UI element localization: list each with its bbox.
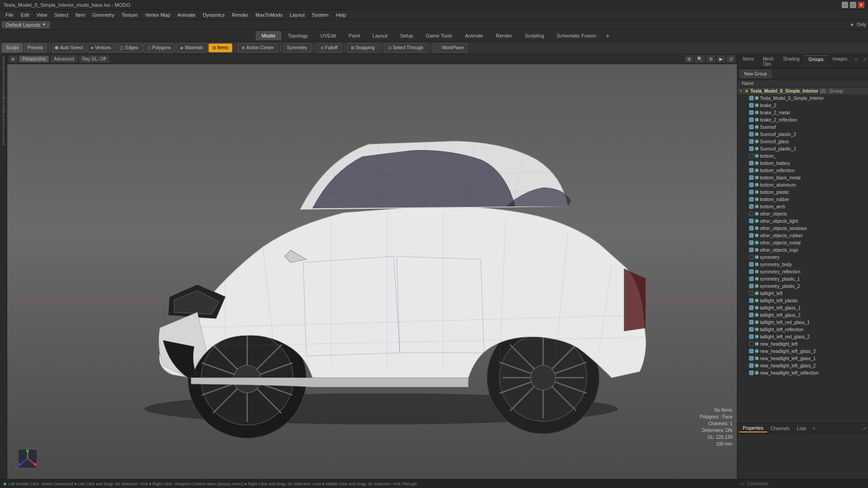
menu-file[interactable]: File: [2, 11, 17, 19]
action-center-button[interactable]: ⊕ Action Center: [237, 43, 278, 52]
tab-animate[interactable]: Animate: [459, 31, 489, 40]
tree-item-30[interactable]: ▶ taillight_left_glass_2: [737, 311, 868, 319]
presets-button[interactable]: Presets: [24, 43, 47, 52]
vis-35[interactable]: [749, 349, 754, 353]
advanced-button[interactable]: Advanced: [51, 56, 77, 62]
tree-item-25[interactable]: ▶ symmetry_plastic_1: [737, 275, 868, 282]
tab-paint[interactable]: Paint: [343, 31, 366, 40]
tree-item-12[interactable]: ▶ bottom_aluminum: [737, 181, 868, 188]
vis-15[interactable]: [749, 204, 754, 209]
workplane-button[interactable]: ⬚ WorkPlane: [433, 43, 468, 52]
tree-item-20[interactable]: ▶ other_objects_metal: [737, 239, 868, 246]
vis-29[interactable]: [749, 305, 754, 310]
vis-6[interactable]: [749, 139, 754, 144]
tab-model[interactable]: Model: [256, 31, 281, 40]
tree-item-21[interactable]: ▶ other_objects_logo: [737, 246, 868, 253]
tree-item-2[interactable]: ▶ brake_2_metal: [737, 109, 868, 116]
viewport-icon-5[interactable]: ⊡: [727, 56, 735, 62]
vis-11[interactable]: [749, 175, 754, 180]
menu-vertex-map[interactable]: Vertex Map: [142, 11, 174, 19]
vis-16[interactable]: [749, 211, 754, 216]
vis-25[interactable]: [749, 277, 754, 281]
sidebar-deform[interactable]: Deform: [1, 82, 5, 94]
tree-item-11[interactable]: ▶ bottom_black_metal: [737, 174, 868, 181]
vis-37[interactable]: [749, 363, 754, 368]
sidebar-curve[interactable]: Curve: [1, 118, 5, 127]
vertices-button[interactable]: ● Vertices: [87, 43, 115, 52]
vis-4[interactable]: [749, 125, 754, 129]
tab-game-tools[interactable]: Game Tools: [420, 31, 458, 40]
tree-item-13[interactable]: ▶ bottom_plastic: [737, 188, 868, 196]
rp-tab-groups[interactable]: Groups: [804, 55, 828, 68]
vis-34[interactable]: [749, 342, 754, 346]
tree-item-6[interactable]: ▶ Sunroof_glass: [737, 138, 868, 145]
tree-item-23[interactable]: ▶ symmetry_body: [737, 261, 868, 268]
menu-view[interactable]: View: [33, 11, 51, 19]
rp-tab-items[interactable]: Items: [738, 55, 758, 68]
tree-item-14[interactable]: ▶ bottom_rubber: [737, 196, 868, 203]
menu-render[interactable]: Render: [228, 11, 252, 19]
menu-geometry[interactable]: Geometry: [89, 11, 118, 19]
menu-help[interactable]: Help: [332, 11, 350, 19]
vis-31[interactable]: [749, 320, 754, 324]
tree-item-34[interactable]: ▶ new_headlight_left: [737, 340, 868, 347]
add-tab-button[interactable]: +: [603, 32, 612, 39]
sidebar-uv[interactable]: UV: [1, 128, 5, 133]
snapping-button[interactable]: ⊠ Snapping: [347, 43, 379, 52]
rp-tab-add[interactable]: +: [852, 55, 860, 68]
tree-item-10[interactable]: ▶ bottom_reflection: [737, 167, 868, 174]
tree-item-1[interactable]: ▶ brake_2: [737, 102, 868, 109]
viewport-icon-3[interactable]: ⚙: [707, 56, 715, 62]
select-through-button[interactable]: ⊡ Select Through: [384, 43, 428, 52]
expand-0[interactable]: ▶: [745, 96, 749, 100]
menu-dynamics[interactable]: Dynamics: [199, 11, 228, 19]
tree-item-0[interactable]: ▶ Tesla_Model_S_Simple_Interior: [737, 94, 868, 102]
sidebar-duplicate[interactable]: Duplicate: [1, 66, 5, 81]
vis-18[interactable]: [749, 226, 754, 230]
tree-expand-root[interactable]: ▼: [739, 89, 744, 93]
auto-select-button[interactable]: ⬟ Auto Select: [52, 43, 86, 52]
vis-9[interactable]: [749, 161, 754, 165]
materials-button[interactable]: ◈ Materials: [176, 43, 208, 52]
sidebar-fusion[interactable]: Fusion: [1, 134, 5, 145]
minimize-button[interactable]: −: [842, 2, 848, 8]
vis-26[interactable]: [749, 284, 754, 288]
tab-scripting[interactable]: Scripting: [519, 31, 550, 40]
vis-32[interactable]: [749, 327, 754, 332]
default-layouts-button[interactable]: Default Layouts ▼: [2, 21, 50, 28]
new-group-button[interactable]: New Group: [740, 70, 771, 78]
vis-19[interactable]: [749, 233, 754, 238]
edges-button[interactable]: ◫ Edges: [116, 43, 142, 52]
tree-item-32[interactable]: ▶ taillight_left_reflection: [737, 326, 868, 333]
tree-item-16[interactable]: ▶ other_objects: [737, 210, 868, 217]
vis-0[interactable]: [749, 96, 754, 100]
vis-7[interactable]: [749, 146, 754, 151]
sidebar-edge[interactable]: Edge: [1, 94, 5, 103]
vis-30[interactable]: [749, 313, 754, 317]
rp-expand-button[interactable]: ⤢: [860, 55, 868, 68]
tree-item-33[interactable]: ▶ taillight_left_red_glass_2: [737, 333, 868, 340]
vis-13[interactable]: [749, 190, 754, 194]
vis-2[interactable]: [749, 110, 754, 115]
tree-item-29[interactable]: ▶ taillight_left_glass_1: [737, 304, 868, 311]
tree-item-26[interactable]: ▶ symmetry_plastic_2: [737, 282, 868, 290]
rp-tab-shading[interactable]: Shading: [778, 55, 804, 68]
tree-item-7[interactable]: ▶ Sunroof_plastic_1: [737, 145, 868, 152]
symmetry-button[interactable]: Symmetry: [283, 43, 311, 52]
menu-select[interactable]: Select: [51, 11, 72, 19]
tree-item-3[interactable]: ▶ brake_2_reflection: [737, 116, 868, 123]
close-button[interactable]: ✕: [858, 2, 864, 8]
maximize-button[interactable]: □: [850, 2, 856, 8]
viewport-icon-2[interactable]: 🔍: [695, 56, 705, 62]
viewport-expand-button[interactable]: ⊞: [9, 56, 17, 62]
tree-item-37[interactable]: ▶ new_headlight_left_glass_2: [737, 362, 868, 369]
only-label[interactable]: Only: [857, 22, 866, 27]
vis-12[interactable]: [749, 183, 754, 187]
tree-item-19[interactable]: ▶ other_objects_rubber: [737, 232, 868, 239]
menu-maxtomodo[interactable]: MaxToModo: [252, 11, 286, 19]
menu-layout[interactable]: Layout: [286, 11, 308, 19]
vis-21[interactable]: [749, 248, 754, 252]
sidebar-basic[interactable]: Basic: [1, 56, 5, 65]
tree-item-5[interactable]: ▶ Sunroof_plastic_2: [737, 131, 868, 138]
tree-item-15[interactable]: ▶ bottom_arch: [737, 203, 868, 210]
